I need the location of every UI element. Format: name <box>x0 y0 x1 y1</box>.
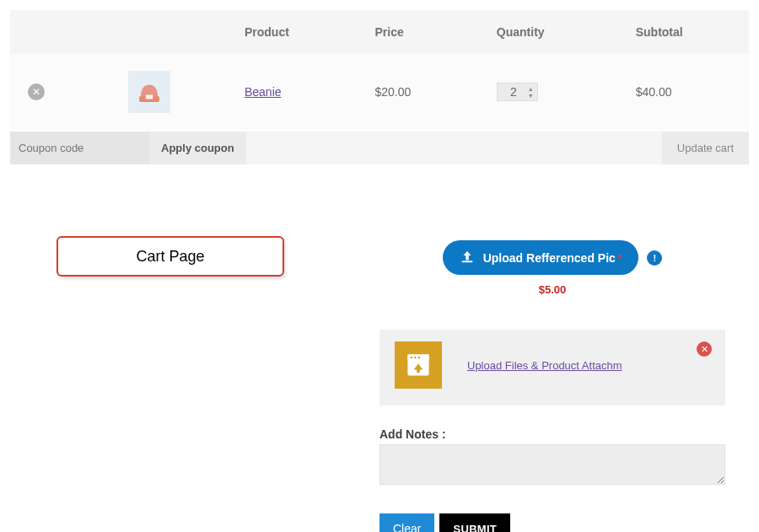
quantity-input[interactable] <box>501 85 526 99</box>
submit-button[interactable]: SUBMIT <box>439 513 510 532</box>
cart-header-row: Product Price Quantity Subtotal <box>10 10 749 54</box>
notes-textarea[interactable] <box>380 444 725 485</box>
header-product: Product <box>236 10 367 54</box>
product-name-link[interactable]: Beanie <box>245 85 282 99</box>
coupon-code-input[interactable] <box>10 132 149 164</box>
annotation-label: Cart Page <box>136 248 204 266</box>
upload-referenced-pic-button[interactable]: Upload Refferenced Pic* <box>443 240 639 275</box>
upload-button-label: Upload Refferenced Pic <box>483 251 616 265</box>
clear-button[interactable]: Clear <box>380 513 434 532</box>
chevron-up-icon[interactable]: ▲ <box>528 86 534 92</box>
cart-actions-bar: Apply coupon Update cart <box>10 132 749 164</box>
svg-rect-2 <box>461 261 472 262</box>
upload-icon <box>460 249 475 266</box>
product-subtotal: $40.00 <box>636 85 672 99</box>
svg-point-6 <box>414 357 417 359</box>
attachment-link[interactable]: Upload Files & Product Attachm <box>467 359 622 372</box>
upload-price: $5.00 <box>380 283 725 296</box>
attachment-upload-icon <box>395 341 442 389</box>
beanie-icon <box>135 78 164 106</box>
annotation-callout: Cart Page <box>57 236 284 277</box>
svg-point-7 <box>418 357 421 359</box>
header-quantity: Quantity <box>488 10 627 54</box>
header-price: Price <box>367 10 488 54</box>
header-subtotal: Subtotal <box>627 10 749 54</box>
apply-coupon-button[interactable]: Apply coupon <box>149 132 246 164</box>
attachment-close-button[interactable]: ✕ <box>697 341 712 357</box>
attachment-panel: ✕ Upload Files & Product Attachm <box>380 330 725 406</box>
addon-panel: Upload Refferenced Pic* ! $5.00 ✕ Upload… <box>380 240 725 532</box>
notes-label: Add Notes : <box>380 427 725 441</box>
close-icon: ✕ <box>32 87 40 97</box>
quantity-stepper[interactable]: ▲ ▼ <box>497 83 538 101</box>
close-icon: ✕ <box>701 344 708 355</box>
product-thumbnail[interactable] <box>128 71 170 113</box>
svg-point-5 <box>411 357 413 359</box>
cart-row: ✕ Beanie $20.00 <box>10 54 749 130</box>
svg-rect-1 <box>146 94 153 99</box>
cart-table: Product Price Quantity Subtotal ✕ <box>10 10 749 130</box>
update-cart-button[interactable]: Update cart <box>662 132 749 164</box>
chevron-down-icon[interactable]: ▼ <box>528 93 534 99</box>
remove-item-button[interactable]: ✕ <box>28 83 45 100</box>
required-marker: * <box>617 251 622 265</box>
product-price: $20.00 <box>375 85 412 99</box>
info-icon[interactable]: ! <box>647 250 662 266</box>
